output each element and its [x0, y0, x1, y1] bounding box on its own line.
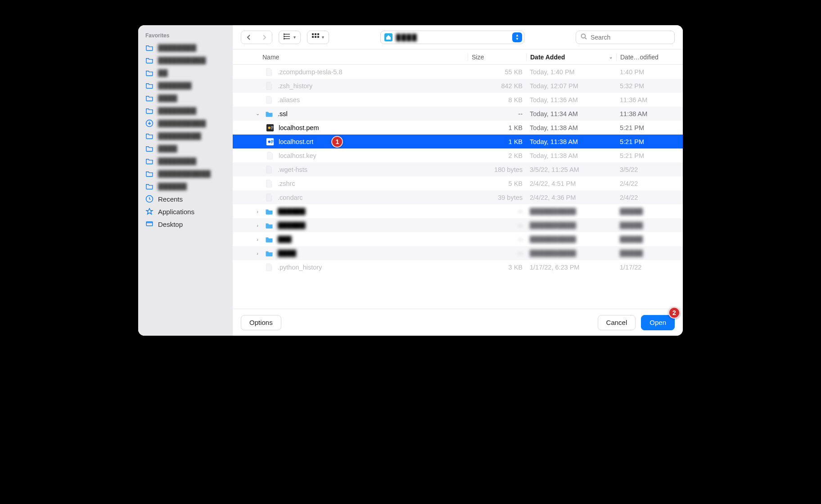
svg-rect-15	[271, 126, 273, 126]
sidebar-item[interactable]: ██████	[138, 180, 233, 193]
path-text: ████	[396, 34, 509, 41]
back-button[interactable]	[241, 31, 257, 44]
file-size: 5 KB	[468, 180, 526, 187]
sidebar-item[interactable]: ███████████	[138, 167, 233, 180]
file-row[interactable]: .condarc39 bytes2/4/22, 4:36 PM2/4/22	[233, 190, 683, 204]
group-by-button[interactable]: ▾	[307, 31, 329, 44]
file-date-added: ██████████	[526, 222, 616, 229]
cancel-button[interactable]: Cancel	[598, 315, 636, 330]
file-date-modified: 1/17/22	[616, 264, 675, 271]
disclosure-triangle-icon[interactable]: ⌄	[254, 111, 261, 117]
sidebar-item[interactable]: ████	[138, 92, 233, 104]
search-field[interactable]	[576, 31, 675, 44]
view-list-button[interactable]: ▾	[279, 31, 301, 44]
file-date-added: 2/4/22, 4:51 PM	[526, 180, 616, 187]
sidebar-item[interactable]: █████████	[138, 130, 233, 142]
file-row[interactable]: .zshrc5 KB2/4/22, 4:51 PM2/4/22	[233, 176, 683, 190]
forward-button[interactable]	[257, 31, 272, 44]
sidebar-item[interactable]: ████████	[138, 41, 233, 54]
svg-rect-8	[317, 33, 319, 35]
folder-icon	[265, 221, 273, 230]
sidebar-item[interactable]: ███████	[138, 79, 233, 92]
col-size[interactable]: Size	[468, 54, 526, 61]
file-date-modified: 5:21 PM	[616, 138, 675, 145]
file-size: 3 KB	[468, 264, 526, 271]
file-row[interactable]: ›██████--███████████████	[233, 204, 683, 218]
col-date-added[interactable]: Date Added ⌄	[526, 54, 616, 61]
svg-point-4	[284, 36, 284, 37]
svg-rect-17	[271, 128, 273, 129]
folder-icon	[265, 207, 273, 216]
sidebar-item[interactable]: ██████████	[138, 117, 233, 130]
file-size: 55 KB	[468, 68, 526, 76]
sidebar-item-label: Applications	[158, 208, 226, 216]
svg-rect-22	[271, 142, 273, 143]
file-name: ████	[278, 250, 296, 257]
up-down-icon: ▲▼	[512, 32, 522, 42]
file-name: ██████	[278, 222, 306, 229]
options-button[interactable]: Options	[241, 315, 281, 330]
file-row[interactable]: .zsh_history842 KBToday, 12:07 PM5:32 PM	[233, 79, 683, 93]
toolbar: ▾ ▾ ████ ▲▼	[233, 25, 683, 50]
file-size: 8 KB	[468, 96, 526, 104]
folder-icon	[145, 56, 153, 64]
file-row[interactable]: ⌄.ssl--Today, 11:34 AM11:38 AM	[233, 107, 683, 121]
file-date-added: Today, 11:34 AM	[526, 110, 616, 117]
folder-icon	[145, 170, 153, 178]
sidebar-item[interactable]: ████████	[138, 104, 233, 117]
file-name: ██████	[278, 208, 306, 215]
file-size: --	[468, 250, 526, 257]
file-row[interactable]: ›███--███████████████	[233, 232, 683, 246]
disclosure-triangle-icon[interactable]: ›	[254, 209, 261, 214]
file-row[interactable]: .zcompdump-tesla-5.855 KBToday, 1:40 PM1…	[233, 65, 683, 79]
document-icon	[265, 165, 273, 174]
file-size: --	[468, 110, 526, 117]
svg-rect-11	[317, 36, 319, 38]
file-date-modified: 2/4/22	[616, 180, 675, 187]
col-date-modified[interactable]: Date…odified	[616, 54, 675, 61]
disclosure-triangle-icon[interactable]: ›	[254, 223, 261, 228]
search-input[interactable]	[591, 34, 663, 41]
sidebar-item[interactable]: ██	[138, 67, 233, 79]
file-size: 180 bytes	[468, 166, 526, 173]
file-size: 1 KB	[468, 138, 526, 145]
open-button[interactable]: Open	[641, 315, 675, 330]
svg-rect-2	[146, 222, 153, 226]
sidebar-item[interactable]: ████	[138, 142, 233, 155]
file-row[interactable]: ›████--███████████████	[233, 246, 683, 260]
disclosure-triangle-icon[interactable]: ›	[254, 237, 261, 242]
sidebar-item-recents[interactable]: Recents	[138, 193, 233, 205]
sidebar-item[interactable]: ████████	[138, 155, 233, 167]
file-date-modified: 5:21 PM	[616, 152, 675, 159]
svg-point-14	[268, 126, 271, 129]
main-panel: ▾ ▾ ████ ▲▼ Name Size Date Added ⌄	[233, 25, 683, 336]
svg-point-12	[582, 34, 586, 38]
sidebar-item-label: ████████	[158, 107, 226, 115]
file-date-modified: 3/5/22	[616, 166, 675, 173]
sidebar-item-label: █████████	[158, 132, 226, 140]
file-date-modified: █████	[616, 236, 675, 243]
path-selector[interactable]: ████ ▲▼	[380, 31, 524, 44]
file-date-modified: █████	[616, 250, 675, 257]
sidebar-item-desktop[interactable]: Desktop	[138, 218, 233, 230]
file-date-modified: █████	[616, 208, 675, 215]
disclosure-triangle-icon[interactable]: ›	[254, 251, 261, 256]
file-date-modified: █████	[616, 222, 675, 229]
file-date-modified: 11:36 AM	[616, 96, 675, 104]
file-row[interactable]: localhost.key2 KBToday, 11:38 AM5:21 PM	[233, 148, 683, 162]
file-row[interactable]: .wget-hsts180 bytes3/5/22, 11:25 AM3/5/2…	[233, 162, 683, 176]
file-row[interactable]: .aliases8 KBToday, 11:36 AM11:36 AM	[233, 93, 683, 107]
file-row[interactable]: localhost.pem1 KBToday, 11:38 AM5:21 PM	[233, 121, 683, 135]
file-name: .python_history	[278, 264, 322, 271]
sidebar-item[interactable]: ██████████	[138, 54, 233, 67]
sidebar-item-label: ████	[158, 145, 226, 153]
col-name[interactable]: Name	[241, 54, 468, 61]
file-row[interactable]: localhost.crt11 KBToday, 11:38 AM5:21 PM	[233, 135, 683, 148]
sidebar-item-label: ████████	[158, 44, 226, 52]
file-name: .aliases	[278, 96, 300, 104]
document-icon	[265, 81, 273, 90]
sidebar: Favorites ████████ ██████████ ██ ███████…	[138, 25, 233, 336]
file-row[interactable]: .python_history3 KB1/17/22, 6:23 PM1/17/…	[233, 260, 683, 274]
sidebar-item-applications[interactable]: Applications	[138, 205, 233, 218]
file-row[interactable]: ›██████--███████████████	[233, 218, 683, 232]
